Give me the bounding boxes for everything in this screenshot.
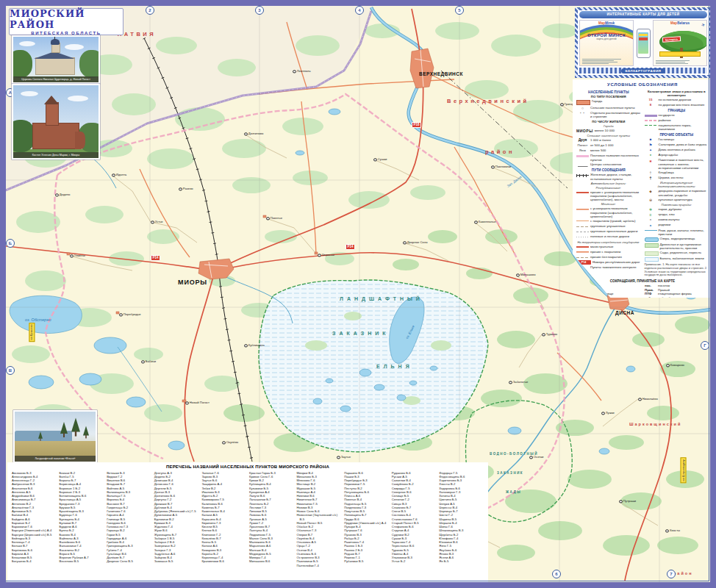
legend-item: прочие без покрытия bbox=[576, 255, 641, 259]
legend-item-label: Центры сельсоветов bbox=[590, 162, 641, 166]
town-symbol bbox=[576, 100, 590, 105]
index-entry: Яя Б-5 bbox=[439, 559, 484, 563]
index-entry: Милашово В-6 bbox=[249, 559, 294, 563]
legend-item-label: гряды, озы bbox=[659, 212, 709, 216]
hotel-symbol bbox=[645, 137, 657, 142]
legend-item: Отдельно расположенные дворы и строения bbox=[576, 111, 641, 118]
photo-caption: Церковь Святого Николая Чудотворца, д. Н… bbox=[13, 76, 99, 82]
legend-item: дворцово-парковые и парковые ансамбли, у… bbox=[645, 189, 709, 196]
photo-caption: Костел Успения Девы Марии, г. Миоры bbox=[13, 152, 99, 158]
legend-item: культовая архитектура bbox=[645, 198, 709, 202]
index-entry: Барсуки (Узменский с/с) А-4 bbox=[12, 528, 57, 532]
river-symbol bbox=[645, 229, 657, 233]
frame-left bbox=[0, 0, 6, 588]
legend-item-label: Болота, заболоченные земли bbox=[660, 257, 709, 260]
legend-item: национального парка, заказников bbox=[645, 123, 709, 131]
search-bar-graphic bbox=[659, 51, 701, 57]
tree bbox=[12, 50, 32, 78]
village-symbol bbox=[576, 106, 589, 110]
spring-symbol bbox=[645, 223, 657, 228]
title-box: МИОРСКИЙ РАЙОН ВИТЕБСКАЯ ОБЛАСТЬ bbox=[9, 8, 123, 35]
bPark-symbol bbox=[645, 123, 657, 128]
photo-church-novy-pogost: Церковь Святого Николая Чудотворца, д. Н… bbox=[12, 35, 100, 84]
legend-item-label: Гостиницы bbox=[659, 137, 709, 141]
legend-item-label: Города bbox=[592, 99, 641, 103]
ad-mapminsk-panel[interactable]: MapMinsk ОТКРОЙ МИНСК карта для детей bbox=[579, 20, 634, 66]
legend-subheader: Сельские населенные пункты bbox=[576, 134, 641, 137]
legend-item: Сады, редколесье, поросль bbox=[645, 251, 709, 256]
legend-item: гряды, озы bbox=[645, 212, 709, 217]
index-entry: Веселово В-5 bbox=[60, 559, 104, 563]
legend-section-header: ПУТИ СООБЩЕНИЯ bbox=[576, 168, 641, 172]
legend-item-label: Санатории, дома и базы отдыха bbox=[659, 143, 709, 146]
ad-banner-inner: ИНТЕРАКТИВНЫЕ КАРТЫ ДЛЯ ДЕТЕЙ MapMinsk О… bbox=[578, 10, 709, 75]
legend-item: Р14Номера республиканских дорог bbox=[576, 260, 641, 265]
settlement-index-panel: ПЕРЕЧЕНЬ НАЗВАНИЙ НАСЕЛЕННЫХ ПУНКТОВ МИО… bbox=[7, 462, 488, 582]
legend-item: Центры сельсоветов bbox=[576, 162, 641, 167]
legend-note: Примечание. 1. На карте показаны не все … bbox=[645, 263, 709, 277]
mem-symbol bbox=[645, 159, 657, 163]
agro-symbol bbox=[645, 153, 657, 157]
shrub-symbol bbox=[645, 251, 659, 257]
legend-item-label: Церкви, костелы bbox=[659, 176, 709, 179]
index-entry: Пантелейки Г-4 bbox=[297, 564, 342, 567]
bRayon-symbol bbox=[645, 118, 657, 123]
index-entry: Устье Б-2 bbox=[392, 559, 437, 563]
legend-item-label: с покрытием (гравий, щебень) bbox=[590, 219, 641, 223]
legend-item: камни-валуны bbox=[645, 218, 709, 222]
legend-item: Реки, ручьи, каналы; плотины, пристани bbox=[645, 229, 709, 236]
index-entry: Замошье Б-5 bbox=[154, 559, 199, 563]
frame-bottom bbox=[0, 582, 716, 588]
legend-item: грунтовые улучшенные bbox=[576, 224, 641, 229]
index-column: Авсюково Б-3Александрово Б-4Алексеевцы Г… bbox=[12, 471, 57, 567]
legend-item: Агроусадьбы bbox=[645, 153, 709, 157]
ad-mapbelarus-panel[interactable]: MapBelarus ✈ Беларусь bbox=[653, 20, 707, 66]
legend-item: прочие с покрытием bbox=[576, 250, 641, 254]
index-title: ПЕРЕЧЕНЬ НАЗВАНИЙ НАСЕЛЕННЫХ ПУНКТОВ МИО… bbox=[12, 465, 484, 469]
legend-item-label: Номера республиканских дорог bbox=[593, 260, 641, 264]
frame-right bbox=[710, 0, 716, 588]
legend-item: грунтовые проселочные дороги bbox=[576, 229, 641, 234]
pine-tree bbox=[60, 422, 68, 434]
index-entry: Крапивники В-6 bbox=[201, 559, 246, 563]
roadM-symbol bbox=[576, 207, 589, 212]
legend-item: 15по основным дорогам bbox=[645, 98, 709, 102]
legend-item-label: по дорогам местного значения bbox=[659, 103, 709, 107]
legend-item-label: 1 000 и более bbox=[590, 138, 641, 142]
cem-symbol bbox=[645, 171, 657, 175]
index-column: Бокачи В-2Болбы Г-5Бораны Б-7Борисовцы А… bbox=[60, 471, 104, 567]
church-cross bbox=[54, 37, 55, 40]
legend-item-label: Реки, ручьи, каналы; плотины, пристани bbox=[659, 229, 709, 236]
legend-title: УСЛОВНЫЕ ОБОЗНАЧЕНИЯ bbox=[576, 82, 709, 87]
example-symbol: МИОРЫ bbox=[576, 129, 593, 133]
ad-phone-wrap bbox=[635, 20, 651, 66]
roadP-symbol bbox=[576, 229, 589, 234]
grove-symbol bbox=[645, 212, 657, 217]
palace-symbol bbox=[645, 190, 657, 194]
roadG-symbol bbox=[576, 219, 589, 223]
example-symbol: Друя bbox=[576, 138, 589, 143]
legend-item: Сельские населенные пункты bbox=[576, 106, 641, 110]
legend-item-label: дворцово-парковые и парковые ансамбли, у… bbox=[659, 189, 709, 196]
cloud bbox=[65, 44, 84, 50]
example-symbol: 8 bbox=[645, 103, 657, 107]
legend-item-label: парки, дубравы bbox=[659, 207, 709, 211]
legend-item-label: Сады, редколесье, поросль bbox=[660, 251, 709, 254]
legend-item-label: грунтовые улучшенные bbox=[590, 224, 641, 228]
index-column: Миорки В-4Михалово Б-3Мнюхово Г-6Мостище… bbox=[297, 471, 342, 567]
legend-item: Язноменее 500 bbox=[576, 148, 641, 153]
legend-item-label: государств bbox=[659, 113, 709, 117]
example-symbol: Погост bbox=[576, 143, 589, 148]
legend-item-label: грунтовые проселочные дороги bbox=[590, 229, 641, 233]
uline-symbol bbox=[576, 162, 589, 167]
legend-section-header: ПРОЧИЕ ОБЪЕКТЫ bbox=[645, 133, 709, 137]
legend-item: Железные дороги, станции, остановочные п… bbox=[576, 173, 641, 180]
map-title: МИОРСКИЙ РАЙОН bbox=[10, 8, 123, 30]
pine-tree bbox=[38, 431, 43, 439]
park-symbol bbox=[645, 207, 657, 212]
legend-item-label: Кладбища bbox=[659, 171, 709, 174]
legend-item-label: районов bbox=[659, 118, 709, 122]
ad-banner: ИНТЕРАКТИВНЫЕ КАРТЫ ДЛЯ ДЕТЕЙ MapMinsk О… bbox=[575, 7, 712, 78]
legend-item-label: Озера, водохранилища bbox=[660, 237, 709, 240]
legend-subheader: ПО ЧИСЛУ ЖИТЕЛЕЙ bbox=[576, 120, 641, 123]
